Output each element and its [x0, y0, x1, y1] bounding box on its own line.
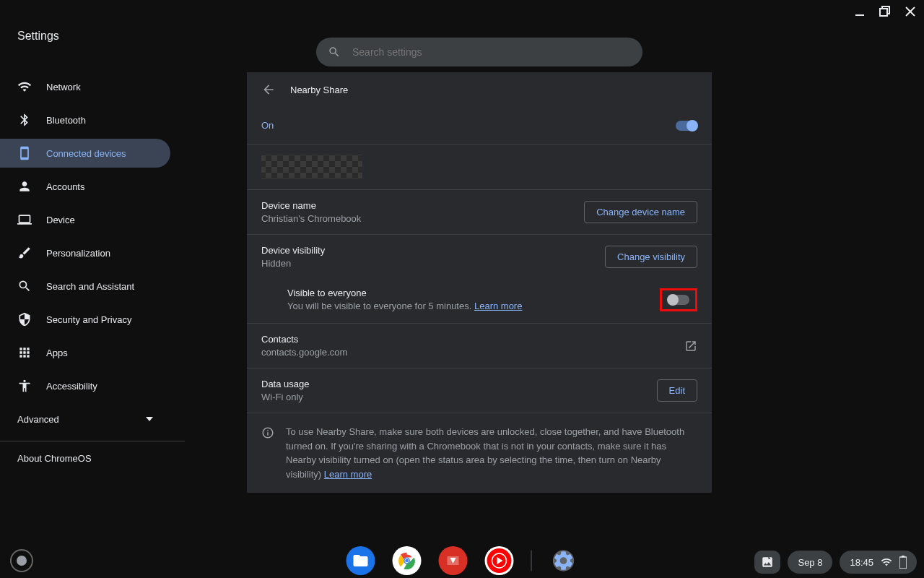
change-device-name-button[interactable]: Change device name — [584, 201, 697, 223]
files-app-icon[interactable] — [346, 546, 375, 575]
censored-content — [261, 155, 362, 179]
sidebar: Network Bluetooth Connected devices Acco… — [0, 72, 185, 540]
youtube-music-app-icon[interactable] — [485, 546, 514, 575]
sidebar-about[interactable]: About ChromeOS — [0, 453, 185, 464]
sidebar-item-accessibility[interactable]: Accessibility — [0, 371, 185, 400]
sidebar-item-label: Search and Assistant — [46, 281, 134, 292]
row-visible-everyone: Visible to everyone You will be visible … — [247, 279, 712, 324]
row-visibility: Device visibility Hidden Change visibili… — [247, 235, 712, 279]
sidebar-item-accounts[interactable]: Accounts — [0, 172, 185, 201]
visibility-value: Hidden — [261, 258, 325, 269]
sidebar-item-label: Bluetooth — [46, 115, 86, 126]
sidebar-item-label: Accessibility — [46, 381, 97, 392]
svg-rect-14 — [899, 557, 907, 569]
shelf-date[interactable]: Sep 8 — [788, 551, 832, 574]
search-box[interactable] — [316, 38, 642, 66]
learn-more-link[interactable]: Learn more — [324, 469, 372, 480]
shelf-status[interactable]: 18:45 — [840, 551, 917, 574]
visibility-label: Device visibility — [261, 245, 325, 256]
page-title: Settings — [17, 30, 59, 43]
sidebar-item-personalization[interactable]: Personalization — [0, 238, 185, 267]
row-account-censored — [247, 144, 712, 190]
phone-icon — [17, 146, 32, 160]
sidebar-item-bluetooth[interactable]: Bluetooth — [0, 105, 185, 134]
data-usage-value: Wi-Fi only — [261, 392, 310, 402]
sidebar-item-label: Personalization — [46, 248, 110, 259]
accessibility-icon — [17, 379, 32, 393]
back-icon[interactable] — [261, 82, 276, 97]
laptop-icon — [17, 212, 32, 227]
row-contacts[interactable]: Contacts contacts.google.com — [247, 324, 712, 368]
row-device-name: Device name Christian's Chromebook Chang… — [247, 190, 712, 235]
wifi-icon — [17, 79, 32, 94]
row-data-usage: Data usage Wi-Fi only Edit — [247, 368, 712, 413]
chrome-app-icon[interactable] — [393, 546, 422, 575]
sidebar-item-label: Accounts — [46, 181, 84, 192]
contacts-value: contacts.google.com — [261, 347, 347, 358]
sidebar-item-label: Apps — [46, 348, 68, 358]
person-icon — [17, 179, 32, 194]
sidebar-item-search-assistant[interactable]: Search and Assistant — [0, 272, 185, 301]
data-usage-label: Data usage — [261, 379, 310, 389]
sidebar-item-label: Connected devices — [46, 148, 126, 159]
bluetooth-icon — [17, 113, 32, 127]
sidebar-item-network[interactable]: Network — [0, 72, 185, 101]
nearby-share-toggle[interactable] — [676, 121, 697, 131]
info-icon — [261, 426, 274, 481]
sidebar-item-security-privacy[interactable]: Security and Privacy — [0, 305, 185, 334]
app-icon-3[interactable] — [439, 546, 468, 575]
sidebar-item-apps[interactable]: Apps — [0, 338, 185, 367]
shield-icon — [17, 312, 32, 327]
sidebar-item-label: Security and Privacy — [46, 314, 132, 325]
sidebar-item-device[interactable]: Device — [0, 205, 185, 234]
battery-status-icon — [899, 556, 907, 569]
visible-everyone-desc: You will be visible to everyone for 5 mi… — [287, 301, 522, 311]
sidebar-advanced[interactable]: Advanced — [0, 405, 170, 434]
chevron-down-icon — [146, 417, 153, 421]
device-name-label: Device name — [261, 200, 361, 211]
search-icon — [328, 46, 341, 59]
learn-more-link[interactable]: Learn more — [474, 301, 522, 311]
sidebar-item-label: Network — [46, 82, 81, 92]
change-visibility-button[interactable]: Change visibility — [605, 246, 697, 268]
launcher-button[interactable] — [10, 549, 33, 572]
brush-icon — [17, 246, 32, 260]
advanced-label: Advanced — [17, 414, 59, 425]
shelf-divider — [531, 551, 532, 571]
external-link-icon — [684, 340, 697, 353]
main-panel: Nearby Share On Device name Christian's … — [247, 72, 712, 493]
sidebar-item-label: Device — [46, 215, 75, 225]
row-on: On — [247, 107, 712, 144]
info-note: To use Nearby Share, make sure both devi… — [247, 413, 712, 493]
wifi-status-icon — [881, 556, 892, 568]
visible-everyone-toggle[interactable] — [668, 295, 689, 305]
sidebar-item-connected-devices[interactable]: Connected devices — [0, 139, 170, 168]
edit-data-usage-button[interactable]: Edit — [657, 379, 697, 402]
visible-everyone-label: Visible to everyone — [287, 288, 522, 298]
main-header: Nearby Share — [247, 72, 712, 107]
shelf-time: 18:45 — [850, 557, 873, 568]
screenshot-button[interactable] — [754, 551, 780, 574]
divider — [0, 441, 185, 441]
on-label: On — [261, 120, 274, 131]
main-title: Nearby Share — [290, 85, 348, 95]
search-input[interactable] — [352, 46, 631, 58]
settings-app-icon[interactable] — [549, 546, 578, 575]
search-icon — [17, 279, 32, 293]
about-label: About ChromeOS — [17, 453, 92, 464]
contacts-label: Contacts — [261, 334, 347, 345]
highlight-box — [660, 288, 697, 311]
shelf-apps — [346, 546, 578, 575]
shelf: Sep 8 18:45 — [0, 543, 924, 578]
svg-point-8 — [405, 559, 409, 563]
info-text: To use Nearby Share, make sure both devi… — [286, 425, 697, 481]
apps-icon — [17, 345, 32, 360]
device-name-value: Christian's Chromebook — [261, 213, 361, 224]
